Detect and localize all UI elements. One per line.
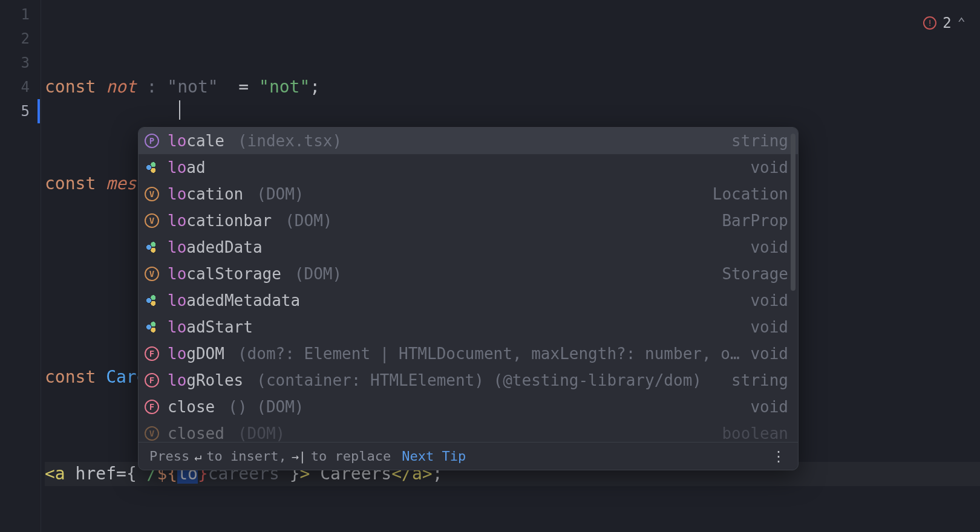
completion-kind-icon — [145, 160, 159, 175]
completion-detail: (index.tsx) — [238, 129, 342, 153]
footer-text: Press — [149, 444, 189, 469]
chevron-up-icon[interactable]: ⌃ — [958, 11, 965, 35]
completion-type: string — [731, 368, 788, 392]
completion-name: logDOM — [168, 342, 224, 366]
completion-popup[interactable]: Plocale(index.tsx)stringloadvoidVlocatio… — [138, 127, 799, 470]
completion-item[interactable]: FlogRoles(container: HTMLElement) (@test… — [139, 367, 798, 394]
inlay-hint: : "not" — [137, 77, 229, 97]
completion-item[interactable]: loadedDatavoid — [139, 234, 798, 261]
line-number: 5 — [0, 99, 41, 123]
completion-detail: (DOM) — [256, 182, 304, 206]
code-editor[interactable]: 1 2 3 4 5 const not : "not" = "not"; con… — [0, 0, 980, 532]
problems-indicator[interactable]: ! 2 ⌃ — [923, 11, 965, 35]
completion-name: location — [168, 182, 243, 206]
completion-item[interactable]: Plocale(index.tsx)string — [139, 128, 798, 154]
line-number: 4 — [0, 75, 41, 99]
operator: = — [116, 464, 126, 484]
completion-detail: (DOM) — [285, 209, 332, 233]
completion-kind-icon: V — [145, 187, 159, 201]
line-number-gutter: 1 2 3 4 5 — [0, 0, 41, 532]
completion-type: string — [731, 129, 788, 153]
jsx-tag: <a — [45, 464, 76, 484]
completion-name: locationbar — [168, 209, 272, 233]
completion-type: Storage — [722, 262, 788, 286]
completion-name: load — [168, 155, 206, 180]
completion-type: void — [750, 155, 788, 180]
completion-kind-icon — [145, 240, 159, 255]
line-number: 2 — [0, 27, 41, 51]
completion-detail: () (DOM) — [228, 395, 304, 419]
line-number: 3 — [0, 51, 41, 75]
completion-type: void — [750, 288, 788, 313]
completion-item[interactable]: loadedMetadatavoid — [139, 287, 798, 314]
completion-detail: (dom?: Element | HTMLDocument, maxLength… — [238, 342, 740, 366]
completion-detail: (container: HTMLElement) (@testing-libra… — [256, 368, 702, 392]
keyword-const: const — [45, 77, 106, 97]
completion-name: loadedMetadata — [168, 288, 300, 313]
jsx-attr: href — [76, 464, 116, 484]
completion-item[interactable]: Vlocation(DOM)Location — [139, 181, 798, 207]
completion-name: localStorage — [168, 262, 281, 286]
completion-item[interactable]: FlogDOM(dom?: Element | HTMLDocument, ma… — [139, 340, 798, 367]
completion-kind-icon: F — [145, 346, 159, 361]
completion-name: logRoles — [168, 368, 243, 392]
enter-key-icon: ↵ — [194, 444, 201, 469]
completion-type: Location — [713, 182, 788, 206]
footer-text: to insert, — [206, 444, 286, 469]
completion-kind-icon: F — [145, 373, 159, 388]
completion-item[interactable]: loadStartvoid — [139, 314, 798, 340]
completion-type: void — [750, 395, 788, 419]
completion-name: locale — [168, 129, 224, 153]
brace: { — [126, 464, 137, 484]
kebab-menu-icon[interactable]: ⋮ — [771, 444, 787, 469]
completion-kind-icon: V — [145, 426, 159, 441]
completion-item[interactable]: Fclose() (DOM)void — [139, 394, 798, 420]
string-literal: "not" — [259, 77, 310, 97]
completion-item[interactable]: Vclosed(DOM)boolean — [139, 420, 798, 442]
operator: = — [228, 77, 259, 97]
footer-text: to replace — [311, 444, 391, 469]
keyword-const: const — [45, 174, 106, 193]
completion-kind-icon — [145, 293, 159, 308]
completion-type: void — [750, 342, 788, 366]
completion-item[interactable]: VlocalStorage(DOM)Storage — [139, 261, 798, 287]
completion-kind-icon — [145, 320, 159, 334]
punct: ; — [310, 77, 320, 97]
line-number: 1 — [0, 2, 41, 27]
completion-name: close — [168, 395, 215, 419]
text-cursor — [179, 100, 180, 120]
completion-name: loadStart — [168, 315, 253, 339]
completion-kind-icon: V — [145, 267, 159, 281]
completion-kind-icon: P — [145, 134, 159, 148]
completion-name: closed — [168, 421, 224, 442]
completion-item[interactable]: Vlocationbar(DOM)BarProp — [139, 207, 798, 234]
completion-kind-icon: V — [145, 213, 159, 228]
code-line[interactable]: const not : "not" = "not"; — [45, 75, 980, 99]
completion-name: loadedData — [168, 235, 263, 259]
completion-type: void — [750, 315, 788, 339]
completion-kind-icon: F — [145, 400, 159, 414]
completion-detail: (DOM) — [295, 262, 342, 286]
completion-list[interactable]: Plocale(index.tsx)stringloadvoidVlocatio… — [139, 128, 798, 442]
completion-detail: (DOM) — [238, 421, 285, 442]
completion-item[interactable]: loadvoid — [139, 154, 798, 181]
completion-type: boolean — [722, 421, 788, 442]
tab-key-icon: →| — [292, 444, 306, 469]
active-line-marker — [38, 99, 40, 123]
completion-footer: Press ↵ to insert, →| to replace Next Ti… — [139, 442, 798, 470]
completion-type: BarProp — [722, 209, 788, 233]
next-tip-link[interactable]: Next Tip — [402, 444, 466, 469]
scrollbar-thumb[interactable] — [791, 134, 795, 291]
error-icon: ! — [923, 16, 936, 30]
keyword-const: const — [45, 367, 106, 387]
completion-type: void — [750, 235, 788, 259]
identifier: not — [106, 77, 137, 97]
error-count: 2 — [942, 11, 951, 35]
